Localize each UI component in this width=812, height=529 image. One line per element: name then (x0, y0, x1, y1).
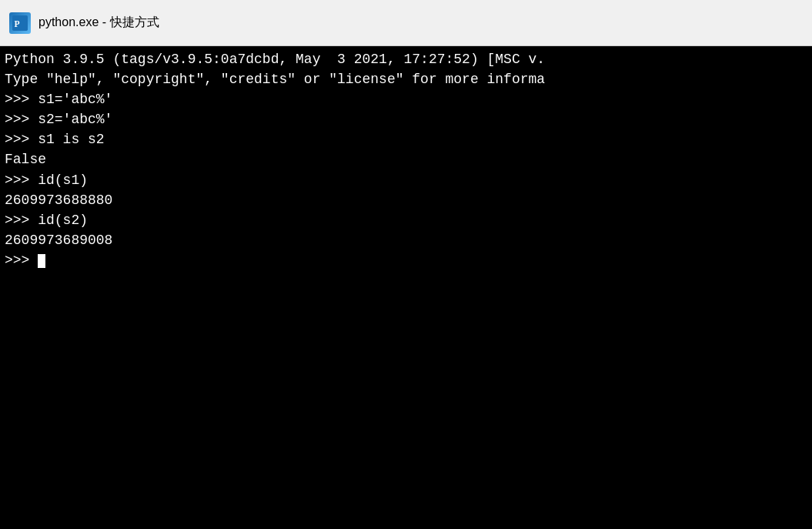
terminal[interactable]: Python 3.9.5 (tags/v3.9.5:0a7dcbd, May 3… (0, 46, 812, 529)
terminal-line-7: >>> id(s1) (5, 170, 807, 190)
title-bar-text: python.exe - 快捷方式 (38, 15, 159, 31)
terminal-line-4: >>> s2='abc%' (5, 109, 807, 129)
title-bar: P python.exe - 快捷方式 (0, 0, 812, 46)
terminal-line-6: False (5, 149, 807, 169)
terminal-line-5: >>> s1 is s2 (5, 129, 807, 149)
python-icon: P (9, 12, 31, 34)
terminal-line-10: 2609973689008 (5, 230, 807, 250)
svg-text:P: P (15, 19, 20, 29)
terminal-line-9: >>> id(s2) (5, 210, 807, 230)
terminal-line-8: 2609973688880 (5, 190, 807, 210)
terminal-line-1: Python 3.9.5 (tags/v3.9.5:0a7dcbd, May 3… (5, 49, 807, 69)
terminal-line-2: Type "help", "copyright", "credits" or "… (5, 69, 807, 89)
terminal-prompt-line[interactable]: >>> (5, 250, 807, 270)
terminal-line-3: >>> s1='abc%' (5, 89, 807, 109)
terminal-cursor (38, 254, 45, 268)
